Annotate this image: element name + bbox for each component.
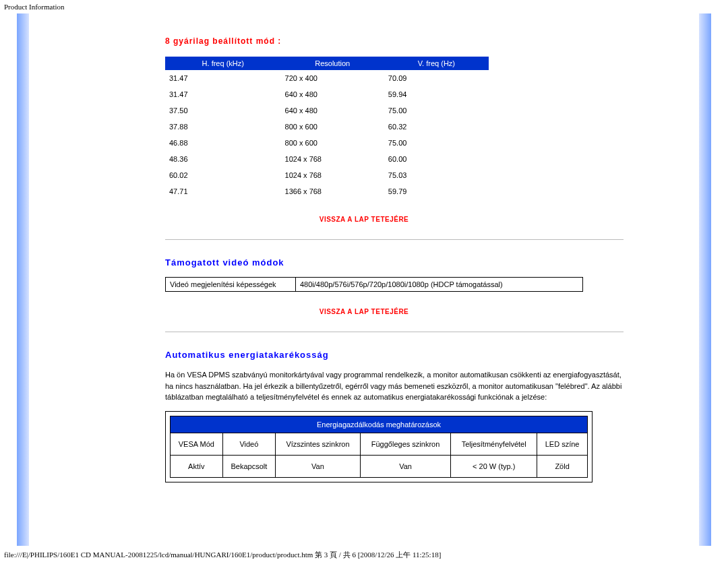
- back-to-top-link[interactable]: VISSZA A LAP TETEJÉRE: [320, 216, 409, 223]
- energy-table-wrapper: Energiagazdálkodás meghatározások VESA M…: [165, 411, 593, 482]
- video-modes-heading: Támogatott videó módok: [165, 257, 563, 268]
- table-row: 48.361024 x 76860.00: [165, 151, 489, 167]
- col-resolution: Resolution: [281, 57, 384, 70]
- table-row: 47.711366 x 76859.79: [165, 183, 489, 199]
- col-v-freq: V. freq (Hz): [384, 57, 489, 70]
- energy-col-header: Videó: [222, 433, 275, 455]
- energy-table: Energiagazdálkodás meghatározások VESA M…: [170, 416, 588, 478]
- factory-modes-heading: 8 gyárilag beállított mód :: [165, 36, 563, 46]
- back-to-top-link[interactable]: VISSZA A LAP TETEJÉRE: [320, 308, 409, 315]
- table-row: Videó megjelenítési képességek 480i/480p…: [166, 278, 583, 292]
- video-modes-table: Videó megjelenítési képességek 480i/480p…: [165, 277, 583, 292]
- energy-table-caption: Energiagazdálkodás meghatározások: [171, 416, 588, 433]
- energy-col-header: LED színe: [537, 433, 588, 455]
- video-capabilities-value: 480i/480p/576i/576p/720p/1080i/1080p (HD…: [296, 278, 583, 292]
- right-gradient-bar: [699, 13, 711, 546]
- power-saving-paragraph: Ha ön VESA DPMS szabványú monitorkártyáv…: [165, 369, 624, 403]
- footer-path: file:///E|/PHILIPS/160E1 CD MANUAL-20081…: [0, 546, 728, 562]
- page-title: Product Information: [0, 0, 728, 13]
- table-row: AktívBekapcsoltVanVan< 20 W (typ.)Zöld: [171, 455, 588, 477]
- section-divider: [165, 239, 624, 240]
- section-divider: [165, 332, 624, 332]
- energy-col-header: Teljesítményfelvétel: [451, 433, 537, 455]
- col-h-freq: H. freq (kHz): [165, 57, 281, 70]
- left-gradient-bar: [17, 13, 29, 546]
- energy-col-header: Függőleges szinkron: [360, 433, 450, 455]
- table-row: 37.88800 x 60060.32: [165, 119, 489, 135]
- power-saving-heading: Automatikus energiatakarékosság: [165, 350, 563, 360]
- table-row: 31.47640 x 48059.94: [165, 86, 489, 102]
- table-row: 46.88800 x 60075.00: [165, 135, 489, 151]
- main-content: 8 gyárilag beállított mód : H. freq (kHz…: [44, 13, 684, 496]
- factory-modes-table: H. freq (kHz) Resolution V. freq (Hz) 31…: [165, 57, 489, 199]
- energy-col-header: VESA Mód: [171, 433, 223, 455]
- table-row: 60.021024 x 76875.03: [165, 167, 489, 183]
- energy-col-header: Vízszintes szinkron: [276, 433, 361, 455]
- table-row: 31.47720 x 40070.09: [165, 70, 489, 86]
- table-row: 37.50640 x 48075.00: [165, 102, 489, 119]
- video-capabilities-label: Videó megjelenítési képességek: [166, 278, 296, 292]
